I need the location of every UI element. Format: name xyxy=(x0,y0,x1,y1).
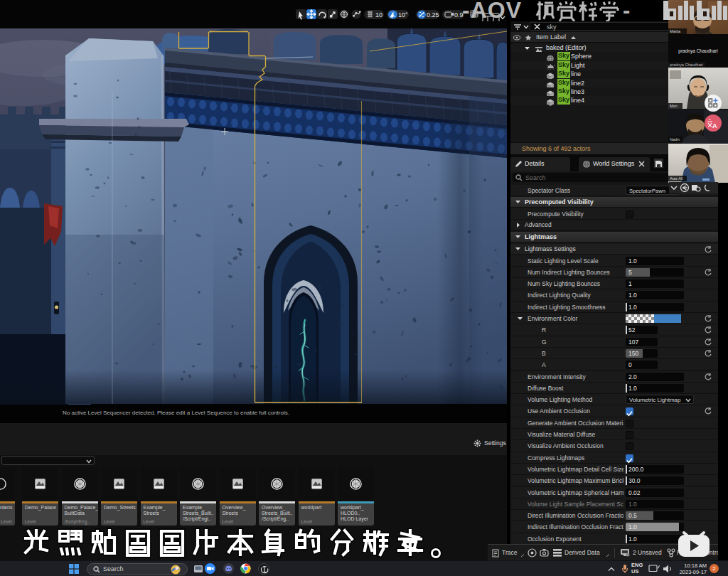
svg-text:Ataz Ali: Ataz Ali xyxy=(670,176,682,181)
svg-text:-AOV: -AOV xyxy=(462,0,522,23)
svg-text:pradnya Chaudhari: pradnya Chaudhari xyxy=(678,48,717,54)
svg-text:10°: 10° xyxy=(398,11,408,18)
svg-text:0.25: 0.25 xyxy=(427,11,439,18)
svg-text:10: 10 xyxy=(375,11,382,18)
svg-text:pradnya Chaudhari: pradnya Chaudhari xyxy=(670,63,703,67)
svg-text:-: - xyxy=(623,0,630,23)
svg-text:Nadin: Nadin xyxy=(670,137,680,142)
svg-text:Mattia: Mattia xyxy=(670,29,681,33)
svg-text:Mori: Mori xyxy=(670,104,678,108)
svg-text:A: A xyxy=(712,122,717,129)
